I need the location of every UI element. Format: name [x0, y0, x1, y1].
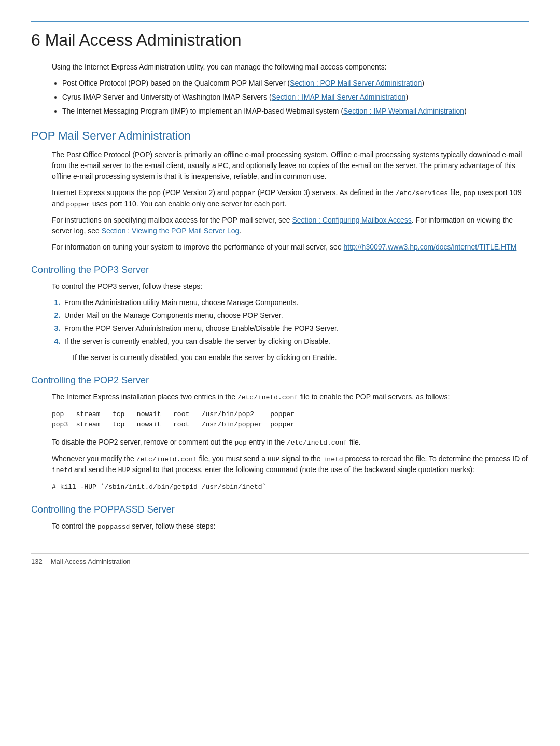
poppassd-intro: To control the poppassd server, follow t… — [52, 521, 529, 532]
hup-code2: HUP — [118, 466, 130, 474]
pop3-intro: To control the POP3 server, follow these… — [52, 281, 529, 292]
pop-para-2: Internet Express supports the pop (POP V… — [52, 187, 529, 210]
pop2-para-3: Whenever you modify the /etc/inetd.conf … — [52, 453, 529, 476]
inetd-conf-code3: /etc/inetd.conf — [136, 455, 197, 463]
bullet-text-before: Cyrus IMAP Server and University of Wash… — [62, 93, 272, 101]
intro-text: Using the Internet Express Administratio… — [52, 62, 529, 73]
inetd-conf-code: /etc/inetd.conf — [237, 394, 298, 402]
pop-para-3: For instructions on specifying mailbox a… — [52, 215, 529, 237]
bullet-list: Post Office Protocol (POP) based on the … — [62, 78, 529, 117]
poppassd-server-title: Controlling the POPPASSD Server — [31, 503, 529, 517]
inetd-code: inetd — [323, 455, 343, 463]
page-number: 132 — [31, 557, 43, 567]
inetd-code2: inetd — [52, 466, 72, 474]
pop2-server-title: Controlling the POP2 Server — [31, 374, 529, 388]
inetd-conf-code2: /etc/inetd.conf — [287, 439, 347, 447]
imap-mail-server-link[interactable]: Section : IMAP Mail Server Administratio… — [272, 93, 406, 101]
footer-title: Mail Access Administration — [51, 557, 131, 567]
pop2-para-2: To disable the POP2 server, remove or co… — [52, 437, 529, 448]
pop3-sub-step: If the server is currently disabled, you… — [73, 352, 529, 363]
header-rule — [31, 21, 529, 22]
pop-para-4: For information on tuning your system to… — [52, 242, 529, 253]
viewing-pop-log-link[interactable]: Section : Viewing the POP Mail Server Lo… — [102, 227, 240, 235]
hup-code: HUP — [268, 455, 279, 463]
pop3-steps: From the Administration utility Main men… — [62, 297, 529, 347]
pop-para-1: The Post Office Protocol (POP) server is… — [52, 149, 529, 182]
pop-code: pop — [149, 189, 161, 197]
step-2: Under Mail on the Manage Components menu… — [62, 310, 529, 321]
pop2-code-block: pop stream tcp nowait root /usr/bin/pop2… — [52, 409, 508, 431]
list-item: Post Office Protocol (POP) based on the … — [62, 78, 529, 89]
poppassd-code: poppassd — [97, 523, 130, 531]
pop2-para-1: The Internet Express installation places… — [52, 392, 529, 403]
step-3: From the POP Server Administration menu,… — [62, 323, 529, 334]
kill-hup-code-block: # kill -HUP `/sbin/init.d/bin/getpid /us… — [52, 482, 508, 493]
popper-code: popper — [231, 189, 256, 197]
configuring-mailbox-link[interactable]: Section : Configuring Mailbox Access — [292, 216, 412, 224]
page-footer: 132 Mail Access Administration — [31, 553, 529, 567]
pop3-server-title: Controlling the POP3 Server — [31, 263, 529, 277]
bullet-text-after: ) — [422, 79, 424, 87]
pop-mail-server-link[interactable]: Section : POP Mail Server Administration — [290, 79, 422, 87]
bullet-text-after: ) — [464, 107, 467, 115]
popper-code2: popper — [66, 201, 90, 209]
bullet-text-before: The Internet Messaging Program (IMP) to … — [62, 107, 343, 115]
step-4: If the server is currently enabled, you … — [62, 336, 529, 347]
pop-code2: pop — [464, 189, 475, 197]
chapter-title: 6 Mail Access Administration — [31, 27, 529, 52]
hp-tuning-link[interactable]: http://h30097.www3.hp.com/docs/internet/… — [344, 243, 517, 251]
imp-webmail-link[interactable]: Section : IMP Webmail Administration — [343, 107, 464, 115]
bullet-text-after: ) — [405, 93, 408, 101]
bullet-text-before: Post Office Protocol (POP) based on the … — [62, 79, 290, 87]
list-item: Cyrus IMAP Server and University of Wash… — [62, 92, 529, 103]
step-1: From the Administration utility Main men… — [62, 297, 529, 308]
pop-inline-code: pop — [235, 439, 247, 447]
list-item: The Internet Messaging Program (IMP) to … — [62, 106, 529, 117]
pop-mail-server-title: POP Mail Server Administration — [31, 127, 529, 144]
services-code: /etc/services — [396, 189, 448, 197]
